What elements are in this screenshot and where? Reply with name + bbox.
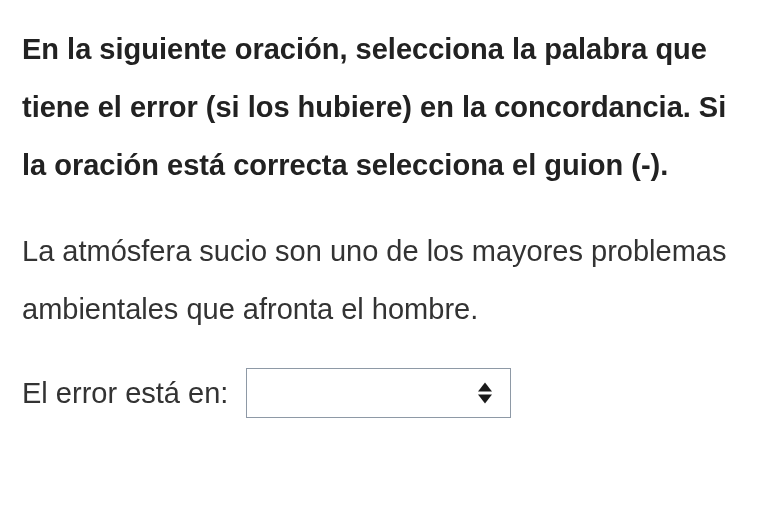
updown-icon [478,383,492,404]
answer-label: El error está en: [22,377,228,410]
answer-select[interactable] [246,368,511,418]
answer-row: El error está en: [22,368,751,418]
question-sentence: La atmósfera sucio son uno de los mayore… [22,222,751,338]
question-instructions: En la siguiente oración, selecciona la p… [22,20,751,194]
answer-select-value [259,382,470,404]
question-container: En la siguiente oración, selecciona la p… [0,0,773,438]
